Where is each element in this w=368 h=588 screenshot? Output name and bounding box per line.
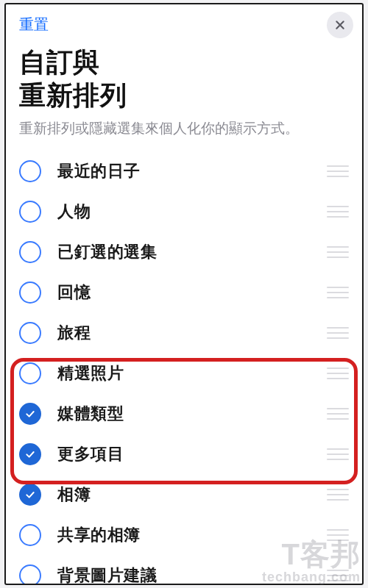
item-label: 最近的日子 xyxy=(57,160,327,182)
list-item: 人物 xyxy=(19,192,349,232)
item-label: 相簿 xyxy=(57,484,327,506)
item-label: 已釘選的選集 xyxy=(57,241,327,263)
item-label: 旅程 xyxy=(57,322,327,344)
item-label: 回憶 xyxy=(57,282,327,304)
drag-handle-icon[interactable] xyxy=(327,368,349,379)
reset-button[interactable]: 重置 xyxy=(19,15,49,35)
list-item: 共享的相簿 xyxy=(19,515,349,556)
list-item: 已釘選的選集 xyxy=(19,232,349,273)
list-item: 精選照片 xyxy=(19,354,349,394)
checkmark-icon xyxy=(24,489,36,501)
close-button[interactable] xyxy=(327,12,353,38)
checkbox[interactable] xyxy=(19,160,41,182)
item-label: 背景圖片建議 xyxy=(57,564,327,585)
item-label: 精選照片 xyxy=(57,362,327,384)
checkbox[interactable] xyxy=(19,564,41,585)
checkbox[interactable] xyxy=(19,484,41,506)
list-item: 最近的日子 xyxy=(19,151,349,192)
item-label: 共享的相簿 xyxy=(57,524,327,546)
item-label: 更多項目 xyxy=(57,443,327,465)
collections-list: 最近的日子人物已釘選的選集回憶旅程精選照片媒體類型更多項目相簿共享的相簿背景圖片… xyxy=(19,151,349,585)
drag-handle-icon[interactable] xyxy=(327,489,349,501)
list-item: 更多項目 xyxy=(19,434,349,475)
page-title: 自訂與 重新排列 xyxy=(19,46,349,112)
checkbox[interactable] xyxy=(19,241,41,263)
drag-handle-icon[interactable] xyxy=(327,327,349,339)
list-item: 旅程 xyxy=(19,313,349,354)
list-item: 媒體類型 xyxy=(19,394,349,434)
title-line-2: 重新排列 xyxy=(19,80,127,110)
drag-handle-icon[interactable] xyxy=(327,408,349,420)
list-item: 背景圖片建議 xyxy=(19,556,349,585)
item-label: 人物 xyxy=(57,201,327,223)
page-subtitle: 重新排列或隱藏選集來個人化你的顯示方式。 xyxy=(19,119,349,138)
drag-handle-icon[interactable] xyxy=(327,165,349,177)
drag-handle-icon[interactable] xyxy=(327,206,349,218)
header-row: 重置 xyxy=(19,15,349,38)
checkbox[interactable] xyxy=(19,362,41,384)
close-icon xyxy=(334,19,346,31)
drag-handle-icon[interactable] xyxy=(327,448,349,460)
checkbox[interactable] xyxy=(19,322,41,344)
checkbox[interactable] xyxy=(19,403,41,425)
checkbox[interactable] xyxy=(19,524,41,546)
drag-handle-icon[interactable] xyxy=(327,246,349,258)
title-line-1: 自訂與 xyxy=(19,47,100,77)
checkbox[interactable] xyxy=(19,443,41,465)
drag-handle-icon[interactable] xyxy=(327,529,349,541)
checkmark-icon xyxy=(24,408,36,420)
checkbox[interactable] xyxy=(19,201,41,223)
drag-handle-icon[interactable] xyxy=(327,570,349,581)
checkmark-icon xyxy=(24,448,36,460)
checkbox[interactable] xyxy=(19,282,41,304)
item-label: 媒體類型 xyxy=(57,403,327,425)
list-item: 相簿 xyxy=(19,475,349,515)
list-item: 回憶 xyxy=(19,273,349,313)
settings-panel: 重置 自訂與 重新排列 重新排列或隱藏選集來個人化你的顯示方式。 最近的日子人物… xyxy=(4,3,364,585)
drag-handle-icon[interactable] xyxy=(327,287,349,298)
